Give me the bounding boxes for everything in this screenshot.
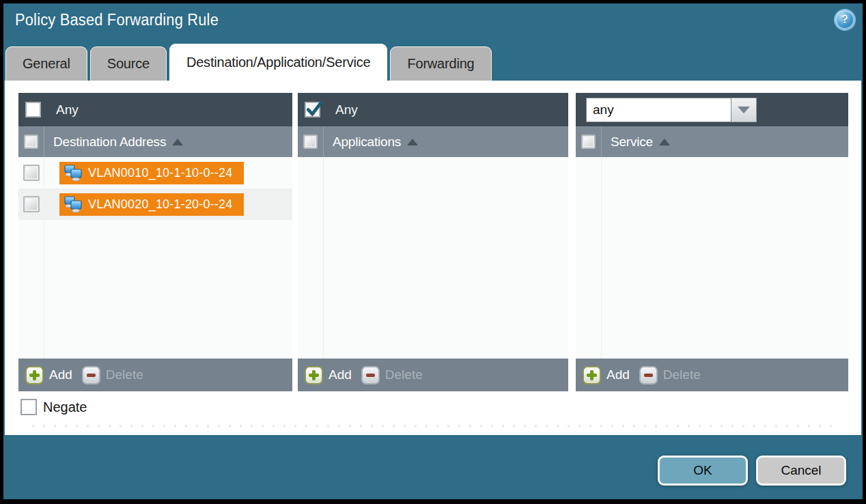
row-checkbox[interactable] (23, 196, 40, 212)
sort-ascending-icon[interactable] (407, 139, 418, 145)
tab-destination-application-service[interactable]: Destination/Application/Service (169, 44, 388, 81)
applications-any-bar: Any (298, 93, 568, 126)
service-column: any Service Add D (576, 93, 848, 391)
address-object-label: VLAN0010_10-1-10-0--24 (88, 166, 233, 180)
address-object-label: VLAN0020_10-1-20-0--24 (88, 197, 233, 212)
minus-icon (639, 366, 658, 384)
dialog-title: Policy Based Forwarding Rule (15, 11, 219, 29)
row-checkbox[interactable] (23, 165, 40, 181)
minus-icon (82, 366, 100, 384)
tab-forwarding[interactable]: Forwarding (390, 46, 491, 81)
plus-icon (305, 366, 323, 384)
table-row: VLAN0020_10-1-20-0--24 (18, 188, 292, 220)
negate-label: Negate (43, 400, 87, 415)
ok-button[interactable]: OK (658, 456, 748, 486)
service-list (576, 157, 848, 359)
destination-address-list: VLAN0010_10-1-10-0--24 VLAN0020_10-1-20-… (18, 157, 292, 359)
sort-ascending-icon[interactable] (659, 139, 670, 145)
policy-forwarding-dialog: Policy Based Forwarding Rule ? General S… (0, 0, 866, 504)
tab-bar: General Source Destination/Application/S… (5, 44, 492, 81)
applications-select-all-checkbox[interactable] (303, 135, 318, 149)
applications-footer: Add Delete (298, 359, 568, 391)
help-icon[interactable]: ? (835, 10, 854, 29)
header-separator (601, 126, 602, 157)
destination-select-all-checkbox[interactable] (24, 135, 38, 149)
destination-any-label: Any (56, 102, 79, 117)
header-separator (323, 126, 324, 157)
destination-address-header: Destination Address (18, 126, 292, 157)
service-column-label[interactable]: Service (611, 135, 653, 150)
destination-address-column-label[interactable]: Destination Address (53, 135, 166, 150)
add-button[interactable]: Add (25, 366, 72, 384)
add-button[interactable]: Add (583, 366, 630, 384)
destination-address-column: Any Destination Address (18, 93, 292, 391)
plus-icon (583, 366, 601, 384)
network-computers-icon (64, 195, 83, 213)
chevron-down-icon (738, 107, 750, 113)
service-dropdown-button[interactable] (731, 98, 757, 122)
applications-column: Any Applications Add Delete (298, 93, 568, 391)
service-dropdown-value[interactable]: any (586, 98, 731, 122)
negate-option: Negate (20, 399, 87, 415)
delete-button[interactable]: Delete (82, 366, 143, 384)
applications-any-checkbox[interactable] (305, 102, 320, 117)
tab-content-panel: Any Destination Address (5, 81, 861, 435)
applications-header: Applications (298, 126, 568, 157)
address-object-entry[interactable]: VLAN0020_10-1-20-0--24 (59, 193, 244, 216)
destination-footer: Add Delete (18, 359, 292, 391)
applications-list (298, 157, 568, 359)
destination-any-checkbox[interactable] (25, 102, 41, 117)
resize-grip (32, 425, 834, 428)
tab-general[interactable]: General (5, 46, 87, 81)
sort-ascending-icon[interactable] (172, 139, 183, 145)
cancel-button[interactable]: Cancel (756, 456, 846, 486)
plus-icon (25, 366, 44, 384)
service-footer: Add Delete (576, 359, 848, 391)
add-button[interactable]: Add (305, 366, 352, 384)
delete-button[interactable]: Delete (639, 366, 701, 384)
tab-source[interactable]: Source (90, 46, 167, 81)
service-header: Service (576, 126, 848, 157)
service-any-bar: any (576, 93, 848, 126)
address-object-entry[interactable]: VLAN0010_10-1-10-0--24 (59, 162, 244, 184)
applications-any-label: Any (335, 102, 358, 117)
service-dropdown: any (586, 98, 757, 122)
table-row: VLAN0010_10-1-10-0--24 (18, 157, 292, 188)
network-computers-icon (64, 164, 83, 182)
destination-any-bar: Any (18, 93, 292, 126)
check-icon (305, 100, 323, 118)
service-select-all-checkbox[interactable] (581, 135, 596, 149)
header-separator (44, 126, 44, 157)
minus-icon (361, 366, 380, 384)
negate-checkbox[interactable] (20, 399, 37, 415)
delete-button[interactable]: Delete (361, 366, 423, 384)
applications-column-label[interactable]: Applications (333, 135, 401, 150)
